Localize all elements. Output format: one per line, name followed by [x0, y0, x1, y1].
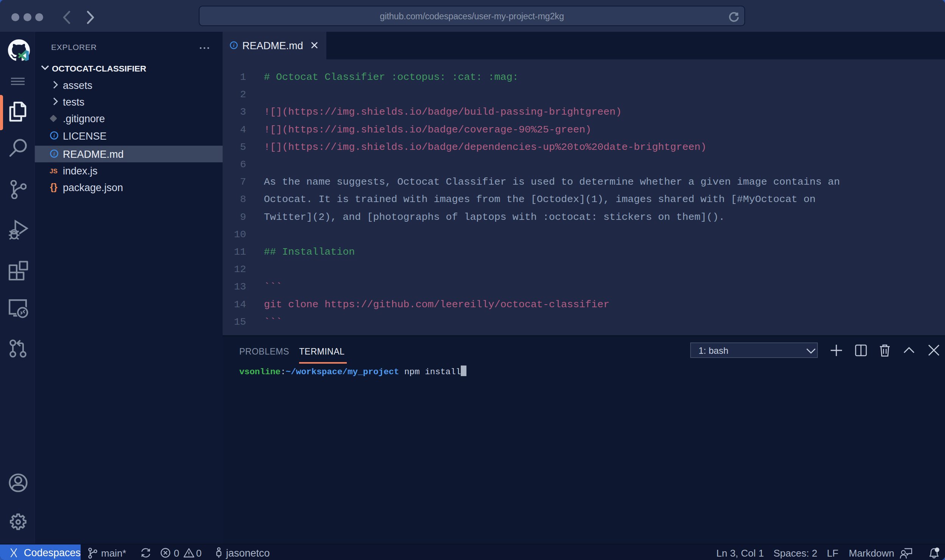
svg-text:i: i [53, 151, 55, 157]
svg-text:i: i [53, 133, 55, 138]
svg-text:i: i [233, 43, 235, 48]
